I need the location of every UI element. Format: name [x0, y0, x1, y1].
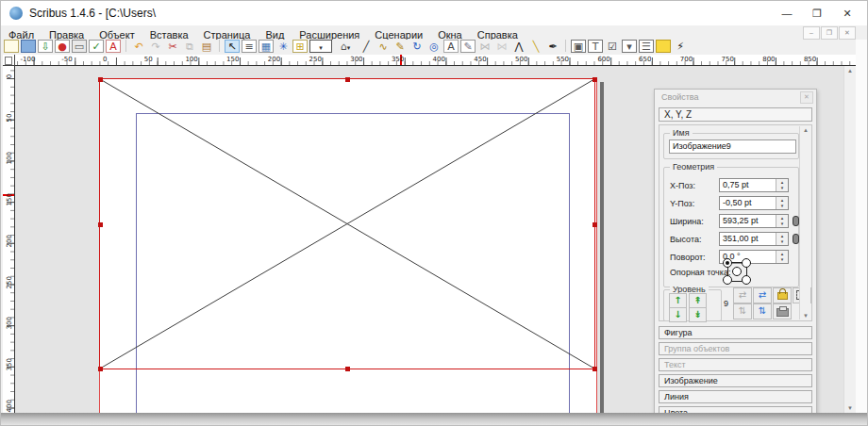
- panel-scrollbar[interactable]: ▲ ▼: [799, 126, 810, 320]
- basepoint-center[interactable]: [732, 267, 742, 276]
- tool-copy[interactable]: ⧉: [182, 40, 197, 53]
- rotation-spin-buttons[interactable]: ▴▾: [776, 251, 788, 263]
- panel-tab-shape[interactable]: Фигура: [659, 326, 812, 339]
- mdi-close-button[interactable]: ✕: [839, 26, 856, 40]
- ypos-spin-buttons[interactable]: ▴▾: [776, 197, 788, 209]
- ypos-spinbox[interactable]: -0,50 pt▴▾: [719, 196, 789, 210]
- xpos-value[interactable]: 0,75 pt: [723, 180, 749, 189]
- selection-handle-s[interactable]: [345, 367, 350, 371]
- tool-eyedropper[interactable]: ✒: [545, 40, 560, 53]
- tool-insert-shape[interactable]: ▾: [309, 40, 332, 53]
- tool-unlink-text-frames[interactable]: ⋈: [494, 40, 509, 53]
- raise-to-top-button[interactable]: ↟: [689, 293, 707, 308]
- tab-xyz[interactable]: X, Y, Z: [659, 107, 812, 122]
- tool-pdf-push-button[interactable]: ▣: [571, 40, 586, 53]
- basepoint-bottom-right[interactable]: [742, 275, 751, 285]
- tool-insert-freehand-line[interactable]: ✎: [392, 40, 408, 53]
- dropdown-arrow-icon[interactable]: ▾: [347, 44, 351, 52]
- height-spin-buttons[interactable]: ▴▾: [776, 233, 788, 245]
- minimize-button[interactable]: —: [773, 4, 801, 23]
- tool-insert-bezier[interactable]: ∿: [376, 40, 391, 53]
- height-value[interactable]: 351,00 pt: [723, 234, 759, 243]
- tool-insert-table[interactable]: ⊞: [292, 40, 308, 53]
- selection-handle-nw[interactable]: [98, 77, 103, 82]
- scroll-down-arrow[interactable]: ▼: [844, 405, 856, 411]
- tool-new-document[interactable]: [4, 40, 19, 53]
- tool-insert-image-frame[interactable]: ▦: [259, 40, 274, 53]
- image-flip-vertical-button[interactable]: ⇅: [733, 303, 752, 320]
- tool-print-document[interactable]: ▭: [72, 40, 87, 53]
- tool-insert-line[interactable]: ╱: [359, 40, 374, 53]
- tool-measurements[interactable]: ⋀: [511, 40, 526, 53]
- link-chain-icon[interactable]: [793, 216, 799, 226]
- lower-to-bottom-button[interactable]: ↡: [689, 307, 707, 322]
- tool-copy-item-properties[interactable]: ╲: [528, 40, 543, 53]
- tool-redo[interactable]: ↷: [148, 40, 163, 53]
- raise-item-button[interactable]: ↑: [669, 293, 687, 308]
- panel-scroll-up[interactable]: ▲: [800, 127, 811, 133]
- item-name-input[interactable]: Изображение9: [669, 139, 796, 154]
- palette-title-bar[interactable]: Свойства ✕: [655, 90, 816, 105]
- selection-handle-sw[interactable]: [98, 367, 103, 371]
- canvas-vertical-scrollbar[interactable]: ▲ ▼: [843, 66, 856, 413]
- tool-pdf-checkbox[interactable]: ☑: [605, 40, 620, 53]
- basepoint-top-left[interactable]: [723, 258, 732, 268]
- panel-tab-image[interactable]: Изображение: [659, 374, 812, 387]
- tool-select-item[interactable]: ↖: [225, 40, 240, 53]
- selection-handle-se[interactable]: [593, 367, 597, 371]
- panel-tab-line[interactable]: Линия: [659, 390, 812, 403]
- width-value[interactable]: 593,25 pt: [723, 216, 759, 225]
- tool-open-document[interactable]: [21, 40, 36, 53]
- tool-pdf-link-annotation[interactable]: ⚡: [673, 40, 688, 53]
- basepoint-top-right[interactable]: [742, 258, 751, 268]
- link-chain-icon[interactable]: [793, 234, 799, 244]
- tool-link-text-frames[interactable]: ⋈: [477, 40, 492, 53]
- selected-image-frame[interactable]: [99, 78, 595, 369]
- selection-handle-ne[interactable]: [593, 77, 597, 82]
- tool-pdf-list-box[interactable]: ☰: [639, 40, 654, 53]
- tool-cut[interactable]: ✂: [165, 40, 180, 53]
- selection-handle-e[interactable]: [593, 222, 597, 227]
- basepoint-bottom-left[interactable]: [723, 275, 732, 285]
- xpos-spinbox[interactable]: 0,75 pt▴▾: [719, 178, 789, 192]
- tool-edit-contents[interactable]: A: [443, 40, 459, 53]
- palette-close-button[interactable]: ✕: [800, 91, 813, 104]
- print-object-button[interactable]: [773, 303, 792, 320]
- tool-preflight-verifier[interactable]: ✓: [89, 40, 104, 53]
- basepoint-selector[interactable]: [723, 258, 751, 285]
- tool-rotate-item[interactable]: ↻: [409, 40, 425, 53]
- flip-horizontal-button[interactable]: ⇄: [753, 287, 772, 303]
- width-spin-buttons[interactable]: ▴▾: [776, 215, 788, 227]
- tool-zoom-tool[interactable]: ◎: [426, 40, 442, 53]
- width-spinbox[interactable]: 593,25 pt▴▾: [719, 214, 789, 228]
- selection-handle-w[interactable]: [98, 222, 103, 227]
- tool-paste[interactable]: ▤: [199, 40, 214, 53]
- panel-scroll-down[interactable]: ▼: [800, 313, 811, 319]
- lock-object-button[interactable]: [773, 287, 792, 303]
- tool-pdf-text-field[interactable]: T: [588, 40, 603, 53]
- ypos-value[interactable]: -0,50 pt: [723, 198, 752, 207]
- tool-insert-polygon[interactable]: ⌂▾: [334, 40, 357, 53]
- dropdown-arrow-icon[interactable]: ▾: [319, 44, 323, 52]
- mdi-restore-button[interactable]: ❐: [821, 26, 838, 40]
- horizontal-ruler[interactable]: -100-50050100150200250300350400450500550…: [15, 55, 856, 66]
- tool-undo[interactable]: ↶: [131, 40, 146, 53]
- scroll-up-arrow[interactable]: ▲: [844, 68, 856, 74]
- tool-pdf-combo-box[interactable]: ▾: [622, 40, 637, 53]
- tool-insert-render-frame[interactable]: ✳: [275, 40, 291, 53]
- lower-item-button[interactable]: ↓: [669, 307, 687, 322]
- tool-close-document[interactable]: ●: [55, 40, 70, 53]
- image-flip-horizontal-button[interactable]: ⇄: [733, 287, 752, 303]
- vertical-ruler[interactable]: 050100150200250300350400: [3, 66, 15, 413]
- maximize-restore-button[interactable]: ❐: [803, 4, 831, 23]
- selection-handle-n[interactable]: [345, 77, 350, 82]
- close-button[interactable]: ✕: [833, 4, 861, 23]
- tool-insert-text-frame[interactable]: ≡: [242, 40, 257, 53]
- mdi-minimize-button[interactable]: –: [803, 26, 820, 40]
- xpos-spin-buttons[interactable]: ▴▾: [776, 179, 788, 191]
- flip-vertical-button[interactable]: ⇅: [753, 303, 772, 320]
- tool-save-document[interactable]: ⇩: [38, 40, 53, 53]
- tool-pdf-text-annotation[interactable]: [656, 40, 671, 53]
- height-spinbox[interactable]: 351,00 pt▴▾: [719, 232, 789, 246]
- ruler-origin-button[interactable]: [3, 55, 15, 66]
